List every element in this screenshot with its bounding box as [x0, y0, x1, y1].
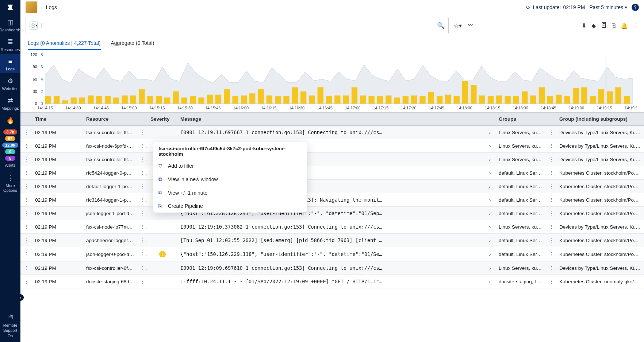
expand-row-button[interactable]: ›: [484, 153, 496, 166]
groups-menu-button[interactable]: ⋮: [546, 166, 556, 180]
row-menu-button[interactable]: ⋮: [20, 220, 32, 234]
table-row[interactable]: ⋮ 02:19 PM fsx-csi-controller-6f7c… ⋮ Co…: [20, 153, 644, 166]
col-header-groupsub[interactable]: Group (including subgroups): [556, 113, 644, 126]
sidebar-item-resources[interactable]: ≣Resources: [0, 34, 20, 54]
breadcrumb-thumbnail[interactable]: [26, 1, 37, 13]
table-row[interactable]: ⋮ 02:19 PM docsite-staging-68d56… ⋮ ::ff…: [20, 275, 644, 288]
col-header-message[interactable]: Message: [177, 113, 484, 126]
expand-row-button[interactable]: ›: [484, 261, 496, 275]
col-header-groups[interactable]: Groups: [496, 113, 546, 126]
table-row[interactable]: ⋮ 02:19 PM fsx-csi-controller-6f7c… ⋮ I0…: [20, 261, 644, 275]
resource-menu-button[interactable]: ⋮: [137, 261, 147, 275]
time-range-selector[interactable]: Past 5 minutes ▾: [589, 4, 627, 10]
table-row[interactable]: ⋮ 02:19 PM apacheerror-logger-0-… ⋮ [Thu…: [20, 234, 644, 247]
expand-row-button[interactable]: ›: [484, 275, 496, 288]
table-row[interactable]: ⋮ 02:19 PM rfc3164-logger-1-pod-d… ⋮ <17…: [20, 193, 644, 207]
resource-menu-button[interactable]: ⋮: [137, 193, 147, 207]
table-row[interactable]: ⋮ 02:19 PM default-logger-1-pod-d… ⋮ :17…: [20, 180, 644, 193]
context-menu-item[interactable]: ⧉View in a new window: [153, 172, 307, 186]
table-row[interactable]: ⋮ 02:19 PM fsx-csi-controller-6f7c… ⋮ I0…: [20, 126, 644, 139]
groups-menu-button[interactable]: ⋮: [546, 153, 556, 166]
row-menu-button[interactable]: ⋮: [20, 139, 32, 153]
sidebar-item-dashboards[interactable]: ◫Dashboards: [0, 15, 20, 34]
query-history-button[interactable]: 🕑 ▾: [30, 22, 38, 30]
resource-menu-button[interactable]: ⋮: [137, 180, 147, 193]
col-header-severity[interactable]: Severity: [147, 113, 177, 126]
search-icon[interactable]: 🔍: [437, 22, 445, 30]
resource-menu-button[interactable]: ⋮: [137, 207, 147, 220]
search-input[interactable]: [45, 23, 434, 28]
context-menu-item[interactable]: ⎘Create Pipeline: [153, 199, 307, 213]
tab-aggregate[interactable]: Aggregate (0 Total): [111, 36, 154, 50]
expand-row-button[interactable]: ›: [484, 247, 496, 261]
table-row[interactable]: ⋮ 02:19 PM json-logger-0-pod-def… ⋮ ! {"…: [20, 247, 644, 261]
groups-menu-button[interactable]: ⋮: [546, 126, 556, 139]
row-menu-button[interactable]: ⋮: [20, 153, 32, 166]
context-menu-item[interactable]: ⧉View +/- 1 minute: [153, 186, 307, 199]
context-menu-item[interactable]: ▽Add to filter: [153, 159, 307, 172]
bell-icon[interactable]: 🔔: [621, 22, 628, 29]
sidebar-more-options[interactable]: ⋮ More Options: [0, 170, 20, 195]
expand-row-button[interactable]: ›: [484, 207, 496, 220]
expand-row-button[interactable]: ›: [484, 166, 496, 180]
groups-menu-button[interactable]: ⋮: [546, 247, 556, 261]
pipeline-icon[interactable]: ⎘: [612, 22, 616, 29]
groups-menu-button[interactable]: ⋮: [546, 220, 556, 234]
star-icon[interactable]: ☆▾: [454, 22, 462, 29]
groups-menu-button[interactable]: ⋮: [546, 261, 556, 275]
table-row[interactable]: ⋮ 02:19 PM rfc5424-logger-0-pod… ⋮ icati…: [20, 166, 644, 180]
row-menu-button[interactable]: ⋮: [20, 166, 32, 180]
deploy-icon[interactable]: ◆: [591, 22, 596, 29]
alert-badge[interactable]: 3.7k: [3, 129, 17, 135]
groups-menu-button[interactable]: ⋮: [546, 207, 556, 220]
download-icon[interactable]: ⬇: [582, 22, 586, 29]
groups-menu-button[interactable]: ⋮: [546, 180, 556, 193]
alert-badge[interactable]: 0: [5, 149, 15, 154]
resource-menu-button[interactable]: ⋮: [137, 234, 147, 247]
row-menu-button[interactable]: ⋮: [20, 126, 32, 139]
sidebar-item-logs[interactable]: ≡Logs: [0, 54, 20, 73]
last-update[interactable]: ⟳ Last update: 02:19 PM: [526, 4, 585, 10]
resource-menu-button[interactable]: ⋮: [137, 153, 147, 166]
row-menu-button[interactable]: ⋮: [20, 234, 32, 247]
resource-menu-button[interactable]: ⋮: [137, 166, 147, 180]
expand-row-button[interactable]: ›: [484, 126, 496, 139]
row-menu-button[interactable]: ⋮: [20, 193, 32, 207]
sidebar-remote-support[interactable]: 🖥 Remote Support On: [0, 309, 20, 342]
more-actions-icon[interactable]: ⋮: [633, 22, 639, 29]
resource-menu-button[interactable]: ⋮: [137, 139, 147, 153]
tab-logs[interactable]: Logs (0 Anomalies | 4,227 Total): [28, 36, 101, 50]
resource-menu-button[interactable]: ⋮: [137, 247, 147, 261]
query-input-container[interactable]: 🕑 ▾ | 🔍: [26, 17, 449, 34]
resource-menu-button[interactable]: ⋮: [137, 126, 147, 139]
alert-badge[interactable]: 12.0k: [2, 143, 18, 148]
col-header-time[interactable]: Time: [32, 113, 83, 126]
sidebar-alerts[interactable]: 🔥: [0, 113, 20, 127]
alert-badge[interactable]: 5: [5, 156, 15, 161]
row-menu-button[interactable]: ⋮: [20, 275, 32, 288]
sidebar-item-mappings[interactable]: ⇄Mappings: [0, 93, 20, 113]
groups-menu-button[interactable]: ⋮: [546, 139, 556, 153]
table-row[interactable]: ⋮ 02:19 PM json-logger-1-pod-defa… ⋮ {"h…: [20, 207, 644, 220]
brand-logo[interactable]: [0, 0, 20, 15]
table-row[interactable]: ⋮ 02:19 PM fsx-csi-node-6pxfd-po… ⋮ Conn…: [20, 139, 644, 153]
expand-row-button[interactable]: ›: [484, 139, 496, 153]
help-button[interactable]: ?: [632, 4, 639, 11]
row-menu-button[interactable]: ⋮: [20, 207, 32, 220]
expand-row-button[interactable]: ›: [484, 220, 496, 234]
sidebar-expand-toggle[interactable]: ›: [17, 294, 24, 301]
expand-row-button[interactable]: ›: [484, 193, 496, 207]
table-row[interactable]: ⋮ 02:19 PM fsx-csi-node-lp77m-po… ⋮ I090…: [20, 220, 644, 234]
groups-menu-button[interactable]: ⋮: [546, 193, 556, 207]
groups-menu-button[interactable]: ⋮: [546, 234, 556, 247]
row-menu-button[interactable]: ⋮: [20, 247, 32, 261]
row-menu-button[interactable]: ⋮: [20, 261, 32, 275]
log-volume-chart[interactable]: 12089066043020014:14:1514:14:3014:14:451…: [20, 50, 644, 112]
alert-badge[interactable]: 67: [5, 136, 15, 141]
groups-menu-button[interactable]: ⋮: [546, 275, 556, 288]
database-icon[interactable]: 🗄: [601, 22, 607, 29]
expand-row-button[interactable]: ›: [484, 180, 496, 193]
col-header-resource[interactable]: Resource: [83, 113, 137, 126]
sidebar-item-websites[interactable]: ⚙Websites: [0, 73, 20, 93]
resource-menu-button[interactable]: ⋮: [137, 275, 147, 288]
